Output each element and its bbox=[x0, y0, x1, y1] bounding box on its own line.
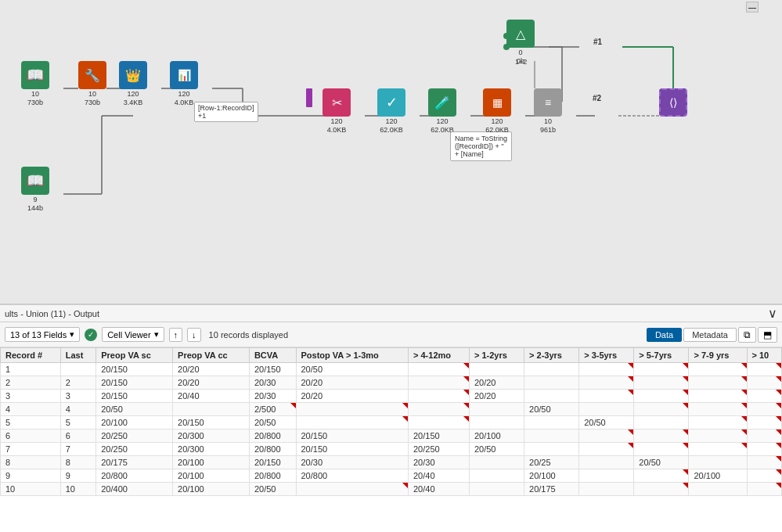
table-cell[interactable] bbox=[579, 430, 634, 443]
table-cell[interactable]: 20/20 bbox=[469, 390, 524, 403]
table-cell[interactable]: 20/30 bbox=[409, 456, 470, 469]
data-table-container[interactable]: Record #LastPreop VA scPreop VA ccBCVAPo… bbox=[0, 347, 782, 532]
table-cell[interactable] bbox=[634, 376, 689, 390]
node-book-1[interactable]: 📖 10730b bbox=[21, 61, 49, 107]
node-book-2[interactable]: 📖 9144b bbox=[21, 167, 49, 213]
table-cell[interactable]: 20/100 bbox=[689, 469, 747, 483]
node-flask[interactable]: 🧪 12062.0KB bbox=[428, 88, 456, 135]
table-header-cell[interactable]: Postop VA > 1-3mo bbox=[296, 348, 409, 363]
table-cell[interactable] bbox=[747, 443, 781, 456]
table-cell[interactable] bbox=[524, 376, 579, 390]
table-cell[interactable] bbox=[409, 376, 470, 390]
table-cell[interactable]: 6 bbox=[60, 430, 96, 443]
table-cell[interactable]: 8 bbox=[1, 456, 61, 469]
table-header-cell[interactable]: > 5-7yrs bbox=[634, 348, 689, 363]
table-cell[interactable] bbox=[579, 390, 634, 403]
table-cell[interactable]: 6 bbox=[1, 430, 61, 443]
table-cell[interactable] bbox=[469, 483, 524, 496]
table-cell[interactable]: 20/175 bbox=[96, 456, 173, 469]
table-cell[interactable]: 20/100 bbox=[173, 469, 250, 483]
table-cell[interactable] bbox=[689, 456, 747, 469]
table-header-cell[interactable]: > 1-2yrs bbox=[469, 348, 524, 363]
table-cell[interactable]: 20/50 bbox=[634, 456, 689, 469]
table-cell[interactable] bbox=[747, 469, 781, 483]
table-cell[interactable]: 20/150 bbox=[296, 443, 409, 456]
table-row[interactable]: 9920/80020/10020/80020/80020/4020/10020/… bbox=[1, 469, 782, 483]
table-cell[interactable]: 20/800 bbox=[296, 469, 409, 483]
tab-data-button[interactable]: Data bbox=[647, 328, 682, 342]
export-button[interactable]: ⬒ bbox=[758, 327, 777, 343]
tab-metadata-button[interactable]: Metadata bbox=[683, 328, 737, 342]
table-cell[interactable] bbox=[579, 376, 634, 390]
table-header-cell[interactable]: > 10 bbox=[747, 348, 781, 363]
table-cell[interactable]: 20/150 bbox=[173, 416, 250, 430]
table-header-cell[interactable]: > 7-9 yrs bbox=[689, 348, 747, 363]
table-cell[interactable] bbox=[747, 363, 781, 376]
table-row[interactable]: 3320/15020/4020/3020/2020/20 bbox=[1, 390, 782, 403]
table-row[interactable]: 8820/17520/10020/15020/3020/3020/2520/50 bbox=[1, 456, 782, 469]
table-cell[interactable]: 20/50 bbox=[296, 363, 409, 376]
table-cell[interactable] bbox=[689, 376, 747, 390]
table-cell[interactable]: 10 bbox=[1, 483, 61, 496]
table-row[interactable]: 4420/502/50020/50 bbox=[1, 403, 782, 416]
table-cell[interactable] bbox=[747, 430, 781, 443]
table-cell[interactable]: 4 bbox=[60, 403, 96, 416]
table-cell[interactable] bbox=[747, 416, 781, 430]
table-header-cell[interactable]: Record # bbox=[1, 348, 61, 363]
table-cell[interactable] bbox=[689, 483, 747, 496]
table-row[interactable]: 6620/25020/30020/80020/15020/15020/100 bbox=[1, 430, 782, 443]
table-cell[interactable]: 20/400 bbox=[96, 483, 173, 496]
table-row[interactable]: 5520/10020/15020/5020/50 bbox=[1, 416, 782, 430]
table-cell[interactable] bbox=[524, 390, 579, 403]
table-row[interactable]: 101020/40020/10020/5020/4020/175 bbox=[1, 483, 782, 496]
sort-down-button[interactable]: ↓ bbox=[187, 328, 201, 342]
sort-up-button[interactable]: ↑ bbox=[169, 328, 183, 342]
table-cell[interactable]: 3 bbox=[60, 390, 96, 403]
table-cell[interactable] bbox=[579, 469, 634, 483]
table-cell[interactable] bbox=[689, 416, 747, 430]
table-cell[interactable] bbox=[634, 430, 689, 443]
table-cell[interactable] bbox=[634, 483, 689, 496]
table-cell[interactable] bbox=[173, 403, 250, 416]
table-cell[interactable]: 20/100 bbox=[96, 416, 173, 430]
table-header-cell[interactable]: > 3-5yrs bbox=[579, 348, 634, 363]
table-header-cell[interactable]: Last bbox=[60, 348, 96, 363]
table-row[interactable]: 2220/15020/2020/3020/2020/20 bbox=[1, 376, 782, 390]
node-table[interactable]: ▦ 12062.0KB bbox=[483, 88, 511, 135]
table-cell[interactable]: 20/50 bbox=[249, 483, 296, 496]
table-cell[interactable]: 4 bbox=[1, 403, 61, 416]
node-crown[interactable]: 👑 1203.4KB bbox=[119, 61, 147, 107]
table-cell[interactable] bbox=[747, 483, 781, 496]
table-cell[interactable]: 20/150 bbox=[249, 363, 296, 376]
table-cell[interactable]: 20/150 bbox=[409, 430, 470, 443]
table-row[interactable]: 120/15020/2020/15020/50 bbox=[1, 363, 782, 376]
table-cell[interactable]: 20/800 bbox=[249, 443, 296, 456]
table-cell[interactable]: 20/20 bbox=[173, 363, 250, 376]
table-cell[interactable] bbox=[409, 403, 470, 416]
table-cell[interactable] bbox=[524, 363, 579, 376]
table-cell[interactable]: 20/800 bbox=[249, 469, 296, 483]
table-cell[interactable]: 20/50 bbox=[249, 416, 296, 430]
table-cell[interactable]: 20/150 bbox=[96, 376, 173, 390]
table-cell[interactable]: 20/30 bbox=[249, 390, 296, 403]
table-cell[interactable]: 8 bbox=[60, 456, 96, 469]
table-cell[interactable]: 20/40 bbox=[409, 483, 470, 496]
node-check[interactable]: ✓ 12062.0KB bbox=[377, 88, 405, 135]
table-cell[interactable] bbox=[634, 443, 689, 456]
table-cell[interactable]: 7 bbox=[60, 443, 96, 456]
table-cell[interactable]: 20/250 bbox=[409, 443, 470, 456]
table-cell[interactable] bbox=[634, 416, 689, 430]
table-cell[interactable]: 20/20 bbox=[469, 376, 524, 390]
table-cell[interactable]: 5 bbox=[60, 416, 96, 430]
table-cell[interactable]: 5 bbox=[1, 416, 61, 430]
node-filter[interactable]: 🔧 10730b bbox=[78, 61, 106, 107]
table-cell[interactable] bbox=[409, 416, 470, 430]
table-cell[interactable]: 20/40 bbox=[173, 390, 250, 403]
table-cell[interactable]: 20/100 bbox=[173, 483, 250, 496]
table-header-cell[interactable]: Preop VA sc bbox=[96, 348, 173, 363]
table-cell[interactable]: 20/100 bbox=[469, 430, 524, 443]
table-cell[interactable] bbox=[579, 483, 634, 496]
table-cell[interactable] bbox=[409, 363, 470, 376]
table-cell[interactable]: 20/150 bbox=[296, 430, 409, 443]
table-cell[interactable] bbox=[469, 403, 524, 416]
